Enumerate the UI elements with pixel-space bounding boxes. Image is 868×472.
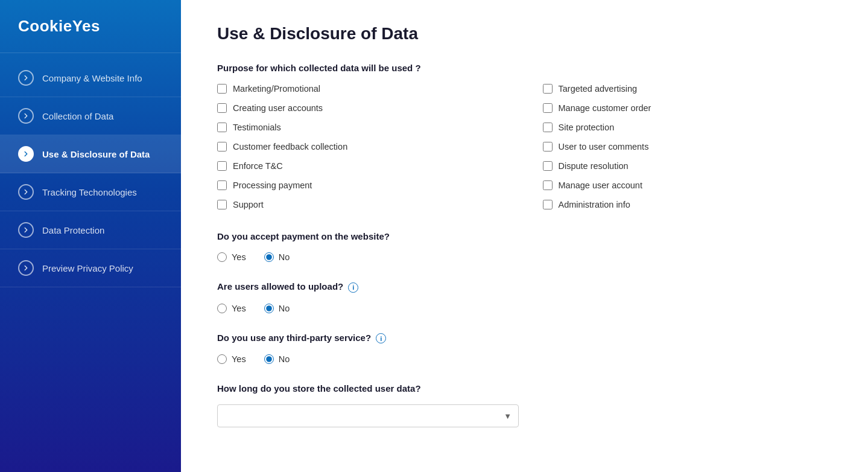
sidebar-item-use-disclosure[interactable]: Use & Disclosure of Data bbox=[0, 135, 181, 173]
third-party-no-radio[interactable] bbox=[264, 354, 274, 364]
upload-no-option[interactable]: No bbox=[264, 304, 290, 313]
purpose-question: Purpose for which collected data will be… bbox=[217, 63, 832, 73]
third-party-info-icon[interactable]: i bbox=[376, 333, 386, 343]
checkbox-testimonials[interactable]: Testimonials bbox=[217, 123, 507, 132]
sidebar-item-label: Collection of Data bbox=[42, 111, 113, 121]
checkbox-site-protection[interactable]: Site protection bbox=[543, 123, 832, 132]
sidebar: CookieYes Company & Website InfoCollecti… bbox=[0, 0, 181, 472]
checkbox-marketing[interactable]: Marketing/Promotional bbox=[217, 84, 507, 94]
checkbox-input-enforce-tc[interactable] bbox=[217, 161, 227, 171]
sidebar-item-preview-privacy-policy[interactable]: Preview Privacy Policy bbox=[0, 249, 181, 287]
payment-radio-group: Yes No bbox=[217, 252, 832, 262]
sidebar-item-company-website[interactable]: Company & Website Info bbox=[0, 59, 181, 97]
payment-question: Do you accept payment on the website? bbox=[217, 231, 832, 241]
checkbox-input-processing-payment[interactable] bbox=[217, 180, 227, 190]
logo-area: CookieYes bbox=[0, 0, 181, 53]
third-party-radio-group: Yes No bbox=[217, 354, 832, 364]
third-party-yes-radio[interactable] bbox=[217, 354, 227, 364]
sidebar-item-label: Tracking Techonologies bbox=[42, 187, 137, 197]
checkbox-dispute-resolution[interactable]: Dispute resolution bbox=[543, 161, 832, 171]
data-storage-dropdown[interactable]: 1 month3 months6 months1 year2 yearsInde… bbox=[217, 404, 519, 427]
checkbox-customer-feedback[interactable]: Customer feedback collection bbox=[217, 142, 507, 151]
payment-section: Do you accept payment on the website? Ye… bbox=[217, 231, 832, 262]
payment-yes-radio[interactable] bbox=[217, 252, 227, 262]
sidebar-nav: Company & Website InfoCollection of Data… bbox=[0, 53, 181, 293]
sidebar-item-collection-of-data[interactable]: Collection of Data bbox=[0, 97, 181, 135]
checkbox-input-manage-order[interactable] bbox=[543, 103, 553, 113]
checkbox-input-creating-accounts[interactable] bbox=[217, 103, 227, 113]
upload-section: Are users allowed to upload? i Yes No bbox=[217, 281, 832, 313]
checkbox-admin-info[interactable]: Administration info bbox=[543, 200, 832, 209]
upload-radio-group: Yes No bbox=[217, 304, 832, 313]
purpose-checkbox-grid: Marketing/Promotional Targeted advertisi… bbox=[217, 84, 832, 209]
payment-no-radio[interactable] bbox=[264, 252, 274, 262]
sidebar-item-label: Preview Privacy Policy bbox=[42, 263, 133, 273]
app-logo: CookieYes bbox=[18, 17, 163, 36]
checkbox-input-testimonials[interactable] bbox=[217, 123, 227, 132]
checkbox-input-customer-feedback[interactable] bbox=[217, 142, 227, 151]
data-storage-dropdown-wrapper: 1 month3 months6 months1 year2 yearsInde… bbox=[217, 404, 519, 427]
checkbox-processing-payment[interactable]: Processing payment bbox=[217, 180, 507, 190]
nav-arrow-icon bbox=[18, 146, 34, 162]
checkbox-input-targeted-advertising[interactable] bbox=[543, 84, 553, 94]
data-storage-section: How long do you store the collected user… bbox=[217, 383, 832, 427]
checkbox-input-marketing[interactable] bbox=[217, 84, 227, 94]
payment-no-option[interactable]: No bbox=[264, 252, 290, 262]
data-storage-question: How long do you store the collected user… bbox=[217, 383, 832, 394]
nav-arrow-icon bbox=[18, 108, 34, 124]
checkbox-input-support[interactable] bbox=[217, 200, 227, 209]
upload-question: Are users allowed to upload? i bbox=[217, 281, 832, 293]
third-party-section: Do you use any third-party service? i Ye… bbox=[217, 333, 832, 365]
upload-yes-radio[interactable] bbox=[217, 304, 227, 313]
nav-arrow-icon bbox=[18, 184, 34, 200]
checkbox-input-user-comments[interactable] bbox=[543, 142, 553, 151]
sidebar-item-label: Data Protection bbox=[42, 225, 104, 235]
nav-arrow-icon bbox=[18, 222, 34, 238]
upload-no-radio[interactable] bbox=[264, 304, 274, 313]
sidebar-item-tracking-technologies[interactable]: Tracking Techonologies bbox=[0, 173, 181, 211]
nav-arrow-icon bbox=[18, 70, 34, 86]
checkbox-user-comments[interactable]: User to user comments bbox=[543, 142, 832, 151]
main-content: Use & Disclosure of Data Purpose for whi… bbox=[181, 0, 868, 472]
third-party-question: Do you use any third-party service? i bbox=[217, 333, 832, 344]
third-party-no-option[interactable]: No bbox=[264, 354, 290, 364]
page-title: Use & Disclosure of Data bbox=[217, 24, 832, 43]
checkbox-input-admin-info[interactable] bbox=[543, 200, 553, 209]
sidebar-item-label: Use & Disclosure of Data bbox=[42, 149, 150, 159]
sidebar-item-data-protection[interactable]: Data Protection bbox=[0, 211, 181, 249]
third-party-yes-option[interactable]: Yes bbox=[217, 354, 246, 364]
checkbox-enforce-tc[interactable]: Enforce T&C bbox=[217, 161, 507, 171]
sidebar-item-label: Company & Website Info bbox=[42, 73, 142, 83]
checkbox-input-site-protection[interactable] bbox=[543, 123, 553, 132]
checkbox-creating-accounts[interactable]: Creating user accounts bbox=[217, 103, 507, 113]
payment-yes-option[interactable]: Yes bbox=[217, 252, 246, 262]
upload-info-icon[interactable]: i bbox=[348, 282, 358, 293]
checkbox-manage-account[interactable]: Manage user account bbox=[543, 180, 832, 190]
checkbox-targeted-advertising[interactable]: Targeted advertising bbox=[543, 84, 832, 94]
checkbox-input-dispute-resolution[interactable] bbox=[543, 161, 553, 171]
checkbox-input-manage-account[interactable] bbox=[543, 180, 553, 190]
upload-yes-option[interactable]: Yes bbox=[217, 304, 246, 313]
checkbox-manage-order[interactable]: Manage customer order bbox=[543, 103, 832, 113]
nav-arrow-icon bbox=[18, 260, 34, 276]
checkbox-support[interactable]: Support bbox=[217, 200, 507, 209]
purpose-section: Purpose for which collected data will be… bbox=[217, 63, 832, 209]
